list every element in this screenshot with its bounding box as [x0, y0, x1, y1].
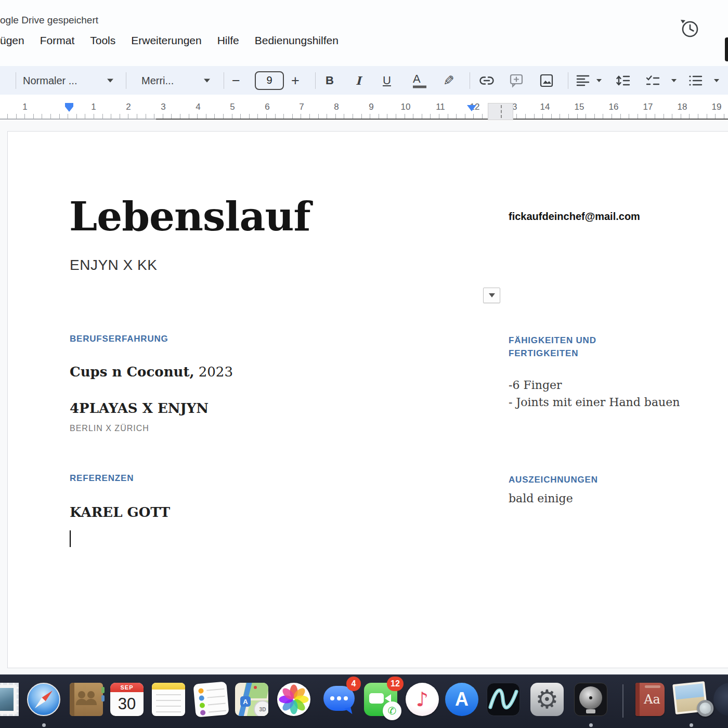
chevron-down-icon[interactable]: [596, 79, 602, 82]
app-store-a-icon: A: [455, 688, 469, 710]
ruler-number: 2: [126, 102, 131, 112]
checklist-icon[interactable]: [645, 74, 660, 87]
paragraph-style-dropdown[interactable]: Normaler ...: [23, 74, 77, 86]
experience-entry-year: 2023: [194, 364, 233, 380]
ruler-number: 5: [230, 102, 235, 112]
dock-mail[interactable]: [0, 683, 19, 716]
dock-dictionary[interactable]: Aa: [635, 683, 665, 716]
increase-font-size-button[interactable]: +: [291, 72, 300, 88]
dock-contacts[interactable]: [70, 683, 103, 716]
add-comment-icon[interactable]: [509, 73, 524, 88]
ruler-number: 15: [575, 102, 584, 112]
menu-extensions[interactable]: Erweiterungen: [131, 34, 201, 47]
horizontal-ruler[interactable]: 1 1 2 3 4 5 6 7 8 9 10 11 12 13 14 15 16…: [0, 95, 728, 121]
left-indent-marker[interactable]: [65, 103, 73, 112]
bold-button[interactable]: B: [326, 74, 334, 87]
insert-image-icon[interactable]: [539, 73, 554, 88]
ruler-number: 1: [91, 102, 96, 112]
chevron-down-icon[interactable]: [204, 79, 210, 82]
left-indent-handle[interactable]: [65, 107, 73, 112]
toolbar-divider: [315, 72, 316, 89]
element-options-dropdown[interactable]: [483, 288, 500, 303]
dock-reminders[interactable]: [193, 681, 229, 717]
experience-entry: Cups n Coconut, 2023: [70, 364, 233, 380]
partial-edge-element: [725, 37, 728, 61]
toolbar-divider: [470, 72, 470, 89]
facetime-badge: 12: [387, 677, 404, 691]
first-line-indent-handle[interactable]: [65, 103, 73, 107]
ruler-number: 4: [196, 102, 200, 112]
dock-safari[interactable]: [27, 683, 60, 716]
dropdown-triangle-icon: [489, 293, 495, 297]
ruler-number: 9: [369, 102, 373, 112]
menu-accessibility[interactable]: Bedienungshilfen: [255, 34, 339, 47]
save-status-text: ogle Drive gespeichert: [0, 15, 98, 26]
ruler-number: 16: [609, 102, 619, 112]
dock-app-store[interactable]: A: [445, 683, 478, 716]
maps-pin-icon: A: [240, 696, 251, 707]
version-history-icon[interactable]: [679, 18, 700, 40]
notes-icon: [152, 683, 185, 690]
chevron-down-icon[interactable]: [714, 79, 719, 82]
section-heading-references: REFERENZEN: [70, 473, 134, 484]
toolbar-divider: [16, 72, 16, 89]
align-left-icon[interactable]: [575, 74, 591, 87]
running-indicator: [42, 723, 46, 727]
chevron-down-icon[interactable]: [671, 79, 677, 82]
dock-facetime[interactable]: ✆ 12: [364, 683, 397, 716]
section-heading-skills: FÄHIGKEITEN UND FERTIGKEITEN: [509, 334, 620, 360]
dock-audio-wave-app[interactable]: [487, 683, 520, 716]
insert-link-icon[interactable]: [478, 74, 495, 87]
chevron-down-icon[interactable]: [107, 79, 113, 82]
formatting-toolbar: Normaler ... Merri... − 9 + B I U A ✎: [0, 66, 728, 95]
dock-music[interactable]: ♪: [406, 683, 439, 716]
messages-badge: 4: [346, 677, 361, 691]
section-heading-awards: AUSZEICHNUNGEN: [509, 475, 598, 485]
audio-wave-icon: [487, 683, 519, 716]
running-indicator: [690, 723, 693, 727]
dock-logic-pro[interactable]: [574, 683, 607, 716]
font-family-dropdown[interactable]: Merri...: [141, 74, 174, 86]
ruler-number: 1: [22, 102, 27, 112]
highlight-color-button[interactable]: ✎: [443, 72, 454, 88]
menu-format[interactable]: Format: [40, 34, 75, 47]
docs-header: ogle Drive gespeichert ügen Format Tools…: [0, 0, 728, 66]
ruler-number: 6: [265, 102, 269, 112]
skills-item: - Joints mit einer Hand bauen: [509, 394, 680, 411]
menu-tools[interactable]: Tools: [90, 34, 115, 47]
dock-notes[interactable]: [152, 683, 185, 716]
italic-button[interactable]: I: [356, 74, 361, 87]
underline-button[interactable]: U: [383, 74, 391, 87]
ruler-number: 10: [401, 102, 411, 112]
dock-photos[interactable]: [277, 683, 310, 716]
line-spacing-icon[interactable]: [615, 73, 631, 88]
dock-partial-app[interactable]: [713, 683, 728, 716]
email-text: fickaufdeinchef@mail.com: [509, 211, 640, 223]
dock-calendar[interactable]: SEP 30: [110, 683, 144, 716]
facetime-handset-icon: ✆: [383, 701, 401, 720]
right-indent-marker[interactable]: [467, 105, 476, 111]
column-gap-marker[interactable]: [488, 103, 513, 120]
ruler-number: 18: [678, 102, 687, 112]
contacts-book-icon: [70, 683, 74, 716]
text-cursor: [70, 530, 71, 547]
dock-system-preferences[interactable]: ⚙: [530, 683, 564, 716]
font-size-input[interactable]: 9: [255, 71, 284, 90]
bulleted-list-icon[interactable]: [687, 74, 703, 87]
dock-messages[interactable]: 4: [322, 683, 356, 716]
screen: ogle Drive gespeichert ügen Format Tools…: [0, 0, 728, 728]
running-indicator: [589, 723, 593, 727]
menu-insert[interactable]: ügen: [0, 34, 24, 47]
ruler-number: 3: [161, 102, 165, 112]
ruler-number: 11: [436, 102, 445, 112]
menu-help[interactable]: Hilfe: [217, 34, 239, 47]
calendar-day-label: 30: [110, 692, 144, 716]
text-color-button[interactable]: A: [413, 73, 426, 88]
dock-preview[interactable]: [672, 681, 708, 714]
experience-entry-name: Cups n Coconut,: [70, 364, 194, 380]
dock-maps[interactable]: A 3D: [235, 683, 268, 716]
section-heading-experience: BERUFSERFAHRUNG: [70, 334, 168, 344]
document-title-text: Lebenslauf: [69, 197, 310, 237]
document-subtitle-text: ENJYN X KK: [70, 257, 157, 274]
decrease-font-size-button[interactable]: −: [232, 72, 240, 88]
